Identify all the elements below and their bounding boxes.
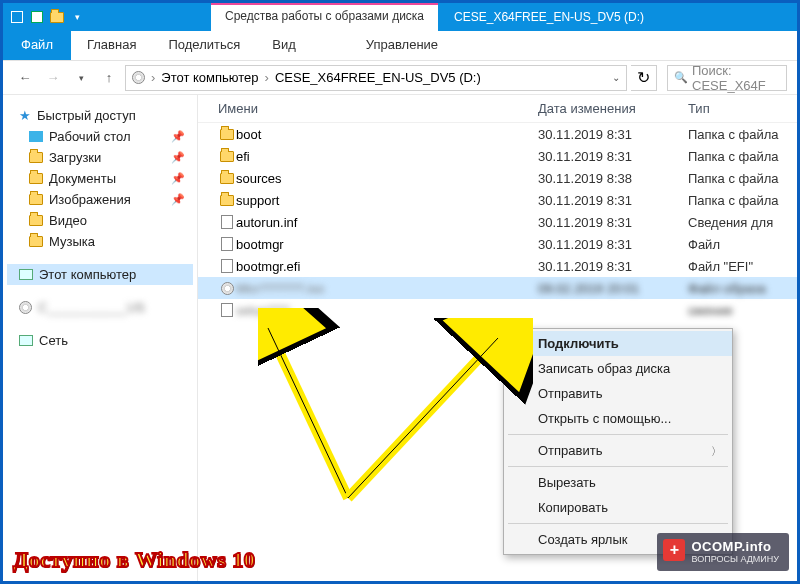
ctx-separator [508,466,728,467]
file-type: Файл [688,237,797,252]
ctx-sendto[interactable]: Отправить〉 [504,438,732,463]
breadcrumb-sep: › [151,70,155,85]
search-input[interactable]: 🔍 Поиск: CESE_X64F [667,65,787,91]
file-type: Папка с файла [688,193,797,208]
tab-share[interactable]: Поделиться [152,31,256,60]
star-icon: ★ [19,108,31,123]
file-name: Micr??????.iso [236,281,538,296]
file-date: 09.02.2019 20:01 [538,281,688,296]
table-row[interactable]: Micr??????.iso09.02.2019 20:01Файл образ… [198,277,797,299]
file-date: 30.11.2019 8:31 [538,127,688,142]
table-row[interactable]: autorun.inf30.11.2019 8:31Сведения для [198,211,797,233]
address-bar[interactable]: › Этот компьютер › CESE_X64FREE_EN-US_DV… [125,65,627,91]
file-name: efi [236,149,538,164]
pc-icon [19,269,33,280]
col-name[interactable]: Имени [218,101,538,116]
file-type: ожение [688,303,797,318]
properties-icon[interactable] [29,9,45,25]
table-row[interactable]: boot30.11.2019 8:31Папка с файла [198,123,797,145]
file-icon [221,237,233,251]
nav-forward-icon: → [41,66,65,90]
sidebar-item-pictures[interactable]: Изображения📌 [7,189,193,210]
table-row[interactable]: support30.11.2019 8:31Папка с файла [198,189,797,211]
search-placeholder: Поиск: CESE_X64F [692,63,780,93]
table-row[interactable]: setup???ожение [198,299,797,321]
sidebar-quick-access[interactable]: ★Быстрый доступ [7,105,193,126]
nav-up-icon[interactable]: ↑ [97,66,121,90]
tab-file[interactable]: Файл [3,31,71,60]
annotation-caption: Доступно в Windows 10 [13,547,255,573]
file-name: bootmgr [236,237,538,252]
table-row[interactable]: bootmgr30.11.2019 8:31Файл [198,233,797,255]
table-row[interactable]: efi30.11.2019 8:31Папка с файла [198,145,797,167]
contextual-tab-label: Средства работы с образами диска [211,3,438,31]
ctx-send[interactable]: ↪Отправить [504,381,732,406]
nav-back-icon[interactable]: ← [13,66,37,90]
sidebar-network[interactable]: Сеть [7,330,193,351]
address-dropdown-icon[interactable]: ⌄ [612,72,620,83]
pin-icon: 📌 [171,151,185,164]
file-date: 30.11.2019 8:31 [538,259,688,274]
refresh-button[interactable]: ↻ [631,65,657,91]
nav-recent-icon[interactable]: ▾ [69,66,93,90]
drive-icon [19,301,32,314]
table-row[interactable]: sources30.11.2019 8:38Папка с файла [198,167,797,189]
file-name: autorun.inf [236,215,538,230]
pin-icon: 📌 [171,193,185,206]
file-date: 30.11.2019 8:31 [538,215,688,230]
file-type: Папка с файла [688,171,797,186]
ctx-mount[interactable]: ◉Подключить [504,331,732,356]
tab-manage[interactable]: Управление [350,31,454,60]
pin-icon: 📌 [171,172,185,185]
file-icon [221,259,233,273]
breadcrumb-location[interactable]: CESE_X64FREE_EN-US_DV5 (D:) [275,70,481,85]
sidebar-item-music[interactable]: Музыка [7,231,193,252]
sidebar-this-pc[interactable]: Этот компьютер [7,264,193,285]
file-type: Папка с файла [688,127,797,142]
watermark-title: OCOMP.info [691,539,779,555]
sidebar-item-documents[interactable]: Документы📌 [7,168,193,189]
file-icon [221,215,233,229]
col-type[interactable]: Тип [688,101,797,116]
file-type: Сведения для [688,215,797,230]
folder-icon [220,195,234,206]
folder-icon [29,215,43,226]
file-date: 30.11.2019 8:31 [538,149,688,164]
file-date: 30.11.2019 8:31 [538,193,688,208]
file-type: Файл "EFI" [688,259,797,274]
ctx-cut[interactable]: Вырезать [504,470,732,495]
sidebar-item-video[interactable]: Видео [7,210,193,231]
file-name: bootmgr.efi [236,259,538,274]
col-date[interactable]: Дата изменения [538,101,688,116]
ribbon-tabs: Файл Главная Поделиться Вид Управление [3,31,797,61]
column-headers[interactable]: Имени Дата изменения Тип [198,95,797,123]
tab-home[interactable]: Главная [71,31,152,60]
file-type: Файл образа [688,281,797,296]
disc-icon [221,282,234,295]
ctx-open-with[interactable]: Открыть с помощью... [504,406,732,431]
file-name: support [236,193,538,208]
tab-view[interactable]: Вид [256,31,312,60]
sidebar-item-desktop[interactable]: Рабочий стол📌 [7,126,193,147]
ctx-copy[interactable]: Копировать [504,495,732,520]
breadcrumb-pc[interactable]: Этот компьютер [161,70,258,85]
table-row[interactable]: bootmgr.efi30.11.2019 8:31Файл "EFI" [198,255,797,277]
file-type: Папка с файла [688,149,797,164]
file-date: 30.11.2019 8:31 [538,237,688,252]
watermark-subtitle: ВОПРОСЫ АДМИНУ [691,554,779,565]
folder-icon [220,151,234,162]
watermark: + OCOMP.info ВОПРОСЫ АДМИНУ [657,533,789,571]
sidebar-drive-obscured[interactable]: C___________US [7,297,193,318]
folder-icon [29,236,43,247]
desktop-icon [29,131,43,142]
network-icon [19,335,33,346]
folder-icon [29,194,43,205]
qat-dropdown-icon[interactable]: ▾ [69,9,85,25]
folder-icon [29,173,43,184]
ctx-burn[interactable]: Записать образ диска [504,356,732,381]
file-name: boot [236,127,538,142]
file-icon [221,303,233,317]
sidebar-item-downloads[interactable]: Загрузки📌 [7,147,193,168]
file-name: sources [236,171,538,186]
file-name: setup??? [236,303,538,318]
